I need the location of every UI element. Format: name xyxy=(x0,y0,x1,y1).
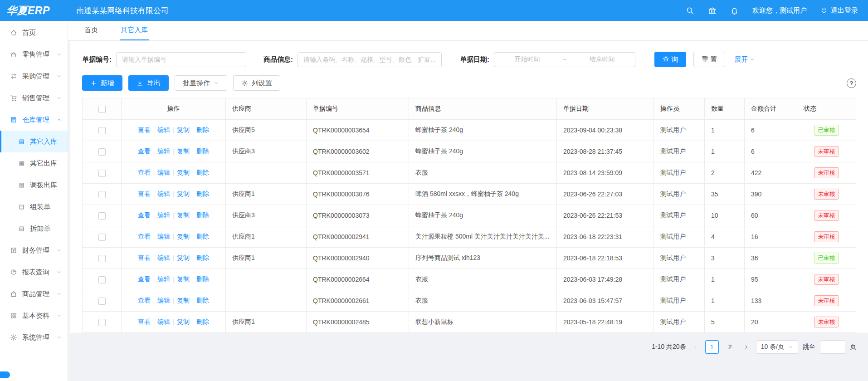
delete-link[interactable]: 删除 xyxy=(193,275,212,283)
add-button[interactable]: 新增 xyxy=(82,75,122,91)
product-cell: 衣服 xyxy=(409,290,557,312)
copy-link[interactable]: 复制 xyxy=(174,297,193,305)
bank-icon[interactable] xyxy=(708,6,717,15)
select-all-checkbox[interactable] xyxy=(98,106,106,113)
sidebar-item[interactable]: 首页 xyxy=(0,22,68,44)
product-cell: 蜂蜜柚子茶 240g xyxy=(409,120,557,141)
delete-link[interactable]: 删除 xyxy=(193,318,212,326)
edit-link[interactable]: 编辑 xyxy=(154,190,173,198)
export-button[interactable]: 导出 xyxy=(128,75,169,91)
toolbar: 新增 导出 批量操作 列设置 ? xyxy=(82,75,856,91)
order-no-input[interactable] xyxy=(116,52,246,67)
row-checkbox[interactable] xyxy=(98,191,106,198)
row-checkbox[interactable] xyxy=(98,212,106,220)
sidebar-item[interactable]: 采购管理 xyxy=(0,65,68,87)
filter-row: 单据编号: 商品信息: 单据日期: 开始时间 ~ 结束时间 查 询 重 置 展开 xyxy=(82,52,856,67)
delete-link[interactable]: 删除 xyxy=(193,147,212,156)
reset-button[interactable]: 重 置 xyxy=(693,52,725,67)
sidebar-item[interactable]: 销售管理 xyxy=(0,87,68,109)
sidebar-item[interactable]: 财务管理 xyxy=(0,239,68,261)
logout-button[interactable]: 退出登录 xyxy=(820,6,858,15)
sidebar-item[interactable]: 组装单 xyxy=(0,196,68,218)
copy-link[interactable]: 复制 xyxy=(174,190,193,198)
view-link[interactable]: 查看 xyxy=(135,297,154,305)
edit-link[interactable]: 编辑 xyxy=(154,169,173,177)
delete-link[interactable]: 删除 xyxy=(193,297,212,305)
delete-link[interactable]: 删除 xyxy=(193,233,212,241)
column-header: 单据日期 xyxy=(557,98,654,120)
sidebar-item[interactable]: 零售管理 xyxy=(0,44,68,65)
warehouse-icon xyxy=(10,116,17,123)
amount-cell: 6 xyxy=(745,120,797,141)
search-icon[interactable] xyxy=(686,6,694,15)
delete-link[interactable]: 删除 xyxy=(193,126,212,134)
edit-link[interactable]: 编辑 xyxy=(154,233,173,241)
view-link[interactable]: 查看 xyxy=(135,169,154,177)
sidebar-item[interactable]: 调拨出库 xyxy=(0,174,68,196)
sidebar-item[interactable]: 其它入库 xyxy=(0,131,68,152)
copy-link[interactable]: 复制 xyxy=(174,211,193,220)
edit-link[interactable]: 编辑 xyxy=(154,147,173,156)
edit-link[interactable]: 编辑 xyxy=(154,297,173,305)
topbar: 华夏ERP 南通某某网络科技有限公司 欢迎您，测试用户 退出登录 xyxy=(0,0,868,21)
row-checkbox[interactable] xyxy=(98,298,106,305)
sidebar-item[interactable]: 仓库管理 xyxy=(0,109,68,131)
expand-link[interactable]: 展开 xyxy=(734,55,755,64)
delete-link[interactable]: 删除 xyxy=(193,211,212,220)
row-checkbox[interactable] xyxy=(98,319,106,326)
tab-other-inbound[interactable]: 其它入库 xyxy=(120,21,149,40)
view-link[interactable]: 查看 xyxy=(135,318,154,326)
row-checkbox[interactable] xyxy=(98,127,106,134)
column-settings-button[interactable]: 列设置 xyxy=(233,75,280,91)
edit-link[interactable]: 编辑 xyxy=(154,254,173,262)
tab-home[interactable]: 首页 xyxy=(83,21,99,40)
search-button[interactable]: 查 询 xyxy=(654,52,686,67)
copy-link[interactable]: 复制 xyxy=(174,275,193,283)
copy-link[interactable]: 复制 xyxy=(174,233,193,241)
view-link[interactable]: 查看 xyxy=(135,190,154,198)
row-checkbox[interactable] xyxy=(98,276,106,283)
jump-to-input[interactable] xyxy=(820,340,845,354)
date-range-input[interactable]: 开始时间 ~ 结束时间 xyxy=(494,52,635,67)
page-1-button[interactable]: 1 xyxy=(705,340,719,354)
next-page-button[interactable] xyxy=(741,341,751,353)
copy-link[interactable]: 复制 xyxy=(174,318,193,326)
sidebar-item[interactable]: 商品管理 xyxy=(0,283,68,305)
edit-link[interactable]: 编辑 xyxy=(154,211,173,220)
sidebar-item[interactable]: 报表查询 xyxy=(0,261,68,283)
bell-icon[interactable] xyxy=(730,6,739,15)
delete-link[interactable]: 删除 xyxy=(193,190,212,198)
edit-link[interactable]: 编辑 xyxy=(154,126,173,134)
view-link[interactable]: 查看 xyxy=(135,233,154,241)
sidebar-item[interactable]: 基本资料 xyxy=(0,305,68,327)
delete-link[interactable]: 删除 xyxy=(193,169,212,177)
view-link[interactable]: 查看 xyxy=(135,126,154,134)
view-link[interactable]: 查看 xyxy=(135,211,154,220)
chevron-right-icon xyxy=(743,344,749,350)
copy-link[interactable]: 复制 xyxy=(174,147,193,156)
batch-actions-button[interactable]: 批量操作 xyxy=(175,75,227,91)
view-link[interactable]: 查看 xyxy=(135,147,154,156)
row-checkbox[interactable] xyxy=(98,148,106,156)
view-link[interactable]: 查看 xyxy=(135,254,154,262)
product-info-input[interactable] xyxy=(297,52,442,67)
date-cell: 2023-06-26 22:21:53 xyxy=(557,205,654,226)
copy-link[interactable]: 复制 xyxy=(174,169,193,177)
sidebar-item[interactable]: 其它出库 xyxy=(0,152,68,174)
copy-link[interactable]: 复制 xyxy=(174,126,193,134)
collapse-handle[interactable] xyxy=(0,371,10,378)
help-icon[interactable]: ? xyxy=(847,78,856,88)
copy-link[interactable]: 复制 xyxy=(174,254,193,262)
page-2-button[interactable]: 2 xyxy=(723,340,737,354)
sidebar-item[interactable]: 拆卸单 xyxy=(0,218,68,239)
delete-link[interactable]: 删除 xyxy=(193,254,212,262)
row-checkbox[interactable] xyxy=(98,255,106,262)
edit-link[interactable]: 编辑 xyxy=(154,318,173,326)
edit-link[interactable]: 编辑 xyxy=(154,275,173,283)
view-link[interactable]: 查看 xyxy=(135,275,154,283)
page-size-select[interactable]: 10 条/页 xyxy=(756,340,798,354)
row-checkbox[interactable] xyxy=(98,234,106,241)
sidebar-item[interactable]: 系统管理 xyxy=(0,327,68,348)
prev-page-button[interactable] xyxy=(691,341,701,353)
row-checkbox[interactable] xyxy=(98,170,106,177)
